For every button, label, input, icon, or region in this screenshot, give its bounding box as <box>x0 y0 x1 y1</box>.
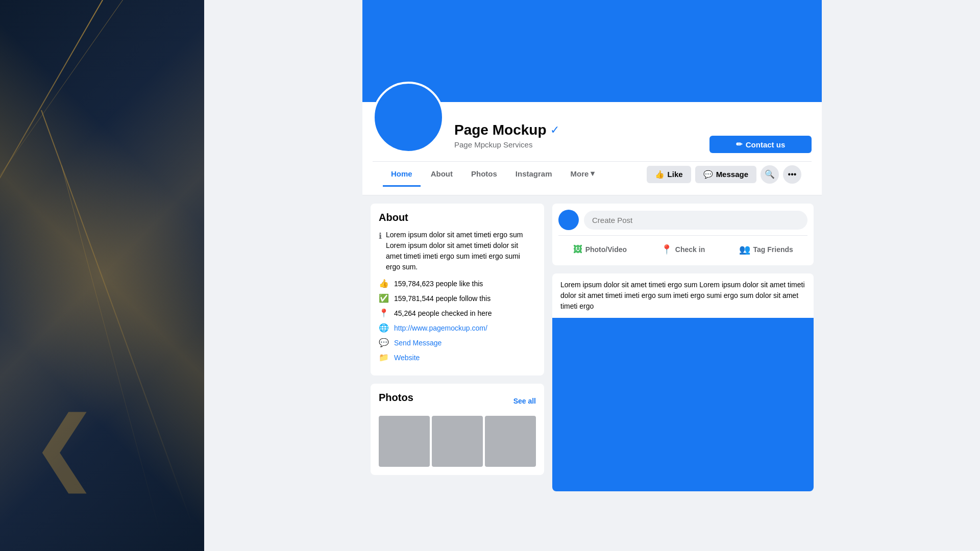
chevron-down-icon: ▾ <box>591 169 595 178</box>
profile-actions: ✏ Contact us <box>709 136 812 153</box>
about-description-text: Lorem ipsum dolor sit amet timeti ergo s… <box>386 230 536 272</box>
followers-count: 159,781,544 people follow this <box>394 294 491 303</box>
photos-card: Photos See all <box>371 384 544 475</box>
profile-subtitle: Page Mpckup Services <box>454 140 709 149</box>
website-link[interactable]: Website <box>394 354 420 362</box>
about-description: ℹ Lorem ipsum dolor sit amet timeti ergo… <box>379 230 536 272</box>
folder-icon: 📁 <box>379 353 389 362</box>
tag-friends-label: Tag Friends <box>753 245 793 254</box>
left-column: About ℹ Lorem ipsum dolor sit amet timet… <box>371 204 544 491</box>
page-title: Page Mockup <box>454 122 546 138</box>
likes-count: 159,784,623 people like this <box>394 280 483 288</box>
avatar <box>373 82 444 153</box>
follow-stat-icon: ✅ <box>379 293 389 303</box>
post-text: Lorem ipsum dolor sit amet timeti ergo s… <box>552 273 814 318</box>
search-icon: 🔍 <box>765 169 775 179</box>
create-post-input[interactable] <box>584 211 807 230</box>
right-column: 🖼 Photo/Video 📍 Check in 👥 Tag Friends <box>552 204 814 491</box>
nav-tabs: Home About Photos Instagram More ▾ 👍 Lik… <box>373 161 812 187</box>
create-post-actions: 🖼 Photo/Video 📍 Check in 👥 Tag Friends <box>558 235 807 259</box>
check-in-label: Check in <box>675 245 705 254</box>
tab-more-label: More <box>571 169 589 178</box>
followers-stat: ✅ 159,781,544 people follow this <box>379 293 536 303</box>
verified-badge: ✓ <box>550 123 559 137</box>
tab-about[interactable]: About <box>423 162 461 187</box>
create-post-avatar <box>558 210 579 230</box>
like-label: Like <box>668 170 683 179</box>
cover-photo <box>362 0 822 102</box>
photo-thumb-1[interactable] <box>379 416 430 467</box>
nav-tabs-left: Home About Photos Instagram More ▾ <box>383 162 605 187</box>
chevron-decoration <box>31 398 133 500</box>
search-button[interactable]: 🔍 <box>761 165 779 184</box>
globe-icon: 🌐 <box>379 323 389 333</box>
about-title: About <box>379 212 536 223</box>
message-button[interactable]: 💬 Message <box>695 166 756 183</box>
website-url[interactable]: http://www.pagemockup.com/ <box>394 324 487 332</box>
checkin-stat: 📍 45,264 people checked in here <box>379 308 536 318</box>
about-card: About ℹ Lorem ipsum dolor sit amet timet… <box>371 204 544 375</box>
website-row: 📁 Website <box>379 353 536 362</box>
tab-more[interactable]: More ▾ <box>562 162 603 187</box>
edit-icon: ✏ <box>736 140 743 149</box>
photo-thumb-3[interactable] <box>485 416 536 467</box>
facebook-page: Page Mockup ✓ Page Mpckup Services ✏ Con… <box>362 0 822 499</box>
contact-us-button[interactable]: ✏ Contact us <box>709 136 812 153</box>
tag-icon: 👥 <box>739 244 750 255</box>
like-button[interactable]: 👍 Like <box>647 166 691 183</box>
photos-title: Photos <box>379 392 413 404</box>
send-message-row: 💬 Send Message <box>379 338 536 347</box>
profile-info: Page Mockup ✓ Page Mpckup Services <box>454 122 709 153</box>
tag-friends-button[interactable]: 👥 Tag Friends <box>724 240 807 259</box>
messenger-icon: 💬 <box>379 338 389 347</box>
post-card: Lorem ipsum dolor sit amet timeti ergo s… <box>552 273 814 491</box>
likes-stat: 👍 159,784,623 people like this <box>379 279 536 288</box>
photo-video-button[interactable]: 🖼 Photo/Video <box>558 240 642 259</box>
profile-section: Page Mockup ✓ Page Mpckup Services ✏ Con… <box>362 102 822 195</box>
message-icon: 💬 <box>703 170 713 179</box>
nav-tabs-right: 👍 Like 💬 Message 🔍 ••• <box>647 165 801 184</box>
photo-video-label: Photo/Video <box>585 245 627 254</box>
decorative-left-panel <box>0 0 204 551</box>
message-label: Message <box>716 170 748 179</box>
more-options-button[interactable]: ••• <box>783 165 801 184</box>
like-stat-icon: 👍 <box>379 279 389 288</box>
info-icon: ℹ <box>379 230 382 272</box>
website-link-row: 🌐 http://www.pagemockup.com/ <box>379 323 536 333</box>
photo-thumb-2[interactable] <box>432 416 483 467</box>
photos-header: Photos See all <box>379 392 536 410</box>
right-content-panel: Page Mockup ✓ Page Mpckup Services ✏ Con… <box>204 0 980 551</box>
checkin-count: 45,264 people checked in here <box>394 309 492 317</box>
tab-photos[interactable]: Photos <box>463 162 505 187</box>
tab-instagram[interactable]: Instagram <box>507 162 560 187</box>
send-message-link[interactable]: Send Message <box>394 339 442 347</box>
create-post-row <box>558 210 807 230</box>
like-icon: 👍 <box>655 170 665 179</box>
photos-grid <box>379 416 536 467</box>
create-post-card: 🖼 Photo/Video 📍 Check in 👥 Tag Friends <box>552 204 814 265</box>
post-image <box>552 318 814 491</box>
photo-icon: 🖼 <box>573 244 582 255</box>
contact-us-label: Contact us <box>746 140 786 149</box>
tab-home[interactable]: Home <box>383 162 421 187</box>
check-in-button[interactable]: 📍 Check in <box>642 240 725 259</box>
more-icon: ••• <box>788 170 797 179</box>
checkin-icon: 📍 <box>661 244 672 255</box>
see-all-link[interactable]: See all <box>513 397 536 405</box>
main-content: About ℹ Lorem ipsum dolor sit amet timet… <box>362 195 822 499</box>
checkin-stat-icon: 📍 <box>379 308 389 318</box>
